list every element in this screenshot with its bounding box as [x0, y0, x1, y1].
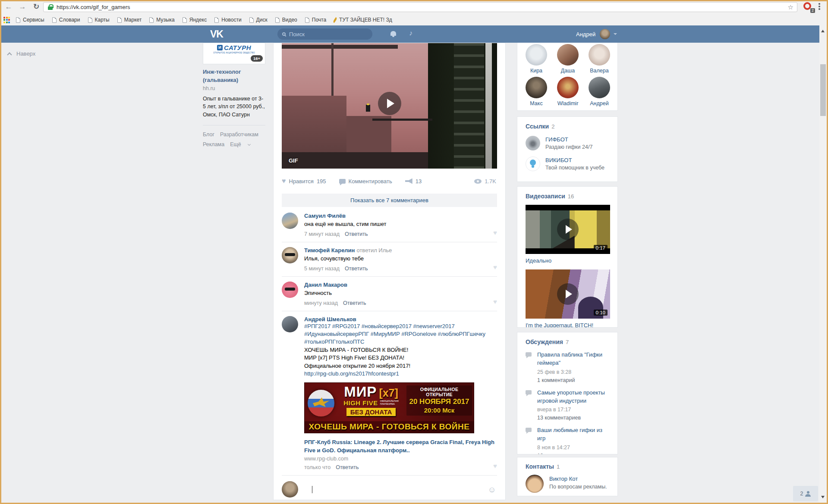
- page-icon: [305, 17, 309, 23]
- like-button[interactable]: ♥ Нравится 195: [282, 177, 326, 185]
- link-name[interactable]: ГИФБОТ: [545, 136, 592, 143]
- friend-item[interactable]: Андрей: [589, 77, 610, 106]
- commenter-avatar[interactable]: [282, 213, 298, 229]
- address-bar[interactable]: https://vk.com/gif_for_gamers ☆: [43, 2, 797, 12]
- topic-item[interactable]: Правила паблика "Гифки геймера" 25 фев в…: [526, 351, 609, 383]
- video-title[interactable]: I'm the Juggernaut, BITCH!: [526, 322, 609, 328]
- bookmark-dictionaries[interactable]: Словари: [52, 17, 80, 23]
- page-icon: [88, 17, 92, 23]
- friend-item[interactable]: Валера: [589, 44, 610, 74]
- reply-link[interactable]: Ответить: [345, 266, 368, 272]
- vk-logo[interactable]: VK: [210, 28, 223, 40]
- notifications-bell-icon[interactable]: [390, 31, 396, 36]
- link-name[interactable]: ВИКИБОТ: [545, 157, 604, 163]
- ad-image[interactable]: И САТУРН ОТКРЫТОЕ АКЦИОНЕРНОЕ ОБЩЕСТВО 1…: [203, 43, 265, 64]
- user-menu[interactable]: Андрей: [576, 29, 617, 39]
- back-icon[interactable]: ←: [3, 2, 14, 12]
- friend-item[interactable]: Кира: [526, 44, 547, 74]
- show-all-comments-button[interactable]: Показать все 7 комментариев: [282, 194, 497, 207]
- scrollbar-thumb[interactable]: [820, 64, 826, 116]
- topic-item[interactable]: Ваши любимые гифки из игр 8 ноя в 14:27 …: [526, 426, 609, 454]
- contact-name[interactable]: Виктор Кот: [549, 476, 607, 482]
- commenter-name[interactable]: Андрей Шмельков: [304, 316, 497, 322]
- apps-grid-icon[interactable]: [3, 17, 10, 23]
- bookmark-news[interactable]: Новости: [214, 17, 241, 23]
- scroll-up-icon[interactable]: [821, 28, 825, 32]
- commenter-avatar[interactable]: [282, 247, 298, 263]
- hashtags-line[interactable]: #толькоРПГтолькоПТС: [304, 338, 497, 346]
- section-title[interactable]: Контакты1: [526, 463, 609, 470]
- music-note-icon[interactable]: ♪: [409, 29, 412, 37]
- forward-icon[interactable]: →: [17, 2, 28, 12]
- section-title[interactable]: Видеозаписи16: [526, 193, 609, 200]
- commenter-name[interactable]: Данил Макаров: [304, 282, 497, 288]
- comment-like-heart-icon[interactable]: ♥: [493, 298, 497, 305]
- comment-input[interactable]: ☺: [282, 476, 497, 500]
- promo-banner-image[interactable]: МИР [x7] HIGH FIVE ОФИЦИАЛЬНАЯПЛАТФОРМА …: [304, 382, 474, 433]
- section-title[interactable]: Ссылки2: [526, 123, 609, 130]
- hashtags-line[interactable]: #ИдунановыйсерверРПГ #МируМИР #RPGonelov…: [304, 330, 497, 338]
- bookmark-maps[interactable]: Карты: [88, 17, 110, 23]
- footer-link-ads[interactable]: Реклама: [203, 141, 224, 147]
- bookmark-star-icon[interactable]: ☆: [788, 3, 793, 11]
- url-text: https://vk.com/gif_for_gamers: [57, 4, 130, 10]
- comment-url-link[interactable]: http://rpg-club.org/ns2017hfcontestpr1: [304, 370, 497, 378]
- page-scrollbar[interactable]: [819, 25, 827, 503]
- search-box[interactable]: [277, 28, 372, 40]
- link-item[interactable]: ВИКИБОТТвой помощник в учебе: [526, 157, 609, 171]
- comment-like-heart-icon[interactable]: ♥: [493, 229, 497, 236]
- commenter-avatar[interactable]: [282, 282, 298, 298]
- bookmark-video[interactable]: Видео: [275, 17, 297, 23]
- comment-like-heart-icon[interactable]: ♥: [493, 462, 497, 470]
- reply-link[interactable]: Ответить: [343, 300, 366, 306]
- bookmark-music[interactable]: Музыка: [149, 17, 174, 23]
- chevron-down-icon: [614, 33, 617, 37]
- ad-title[interactable]: Инж-технолог (гальваника): [203, 68, 265, 85]
- bookmark-market[interactable]: Маркет: [117, 17, 142, 23]
- commenter-avatar[interactable]: [282, 316, 298, 332]
- link-preview-title[interactable]: РПГ-Клуб Russia: Lineage 2. Лучшие серве…: [304, 438, 498, 455]
- bookmark-disk[interactable]: Диск: [249, 17, 268, 23]
- browser-menu-icon[interactable]: [819, 3, 820, 10]
- commenter-name[interactable]: Тимофей Карелинответил Илье: [304, 247, 497, 254]
- friend-item[interactable]: Wladimir: [557, 77, 579, 106]
- bookmark-yandex[interactable]: Яндекс: [183, 17, 207, 23]
- hashtags-line[interactable]: #РПГ2017 #RPG2017 #новыйсервер2017 #news…: [304, 322, 497, 330]
- friend-item[interactable]: Макс: [526, 77, 547, 106]
- bookmark-services[interactable]: Сервисы: [16, 17, 44, 23]
- reload-icon[interactable]: ↻: [31, 2, 41, 12]
- comment-like-heart-icon[interactable]: ♥: [493, 263, 497, 271]
- topic-item[interactable]: Самые упоротые проекты игровой индустрии…: [526, 389, 609, 421]
- video-thumbnail[interactable]: 0:17: [526, 205, 610, 254]
- reply-link[interactable]: Ответить: [336, 464, 359, 470]
- video-title[interactable]: Идеально: [526, 257, 609, 264]
- play-icon[interactable]: [378, 92, 401, 115]
- footer-link-developers[interactable]: Разработчикам: [220, 131, 258, 138]
- topic-title[interactable]: Ваши любимые гифки из игр: [537, 426, 609, 443]
- footer-link-blog[interactable]: Блог: [203, 131, 214, 138]
- comment-button[interactable]: Комментировать: [339, 178, 392, 185]
- contact-item[interactable]: Виктор КотПо вопросам рекламы.: [526, 475, 609, 493]
- commenter-name[interactable]: Самуил Филёв: [304, 213, 497, 219]
- reply-link[interactable]: Ответить: [345, 231, 368, 237]
- friend-item[interactable]: Даша: [557, 44, 579, 74]
- scroll-down-icon[interactable]: [821, 496, 825, 500]
- share-button[interactable]: 13: [405, 178, 422, 185]
- robot-avatar: [526, 136, 540, 150]
- online-friends-widget[interactable]: 2: [793, 486, 818, 501]
- search-input[interactable]: [289, 31, 358, 38]
- link-item[interactable]: ГИФБОТРаздаю гифки 24/7: [526, 136, 609, 150]
- section-title[interactable]: Обсуждения7: [526, 338, 609, 345]
- footer-link-more[interactable]: Ещё: [230, 141, 250, 147]
- back-to-top-link[interactable]: Наверх: [8, 50, 35, 57]
- topic-title[interactable]: Правила паблика "Гифки геймера": [537, 351, 609, 367]
- post-gif[interactable]: GIF: [282, 43, 497, 169]
- smiley-icon[interactable]: ☺: [488, 485, 496, 495]
- link-preview[interactable]: РПГ-Клуб Russia: Lineage 2. Лучшие серве…: [304, 438, 497, 462]
- banner-multiplier: [x7]: [379, 387, 398, 399]
- extension-button[interactable]: 2: [803, 2, 813, 12]
- topic-title[interactable]: Самые упоротые проекты игровой индустрии: [537, 389, 609, 405]
- bookmark-mail[interactable]: Почта: [305, 17, 326, 23]
- video-thumbnail[interactable]: 0:10: [526, 269, 610, 319]
- bookmark-zaitsev[interactable]: ТУТ ЗАЙЦЕВ НЕТ! Зд: [334, 17, 392, 23]
